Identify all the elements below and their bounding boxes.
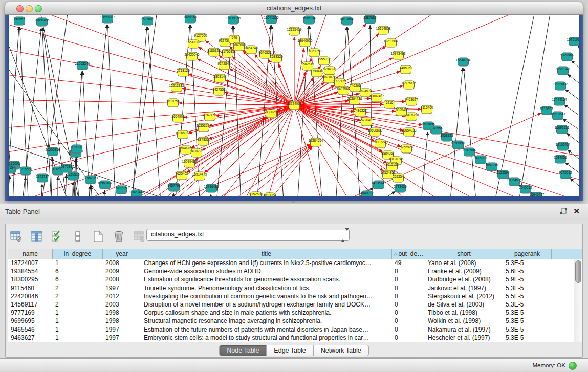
edge[interactable] [24, 177, 26, 196]
cell-in_degree[interactable]: 2 [53, 292, 103, 300]
cell-pagerank[interactable]: 5.3E-5 [503, 284, 552, 292]
cell-pagerank[interactable]: 5.6E-5 [503, 267, 552, 275]
cell-out_de[interactable]: 49 [392, 259, 425, 267]
cell-name[interactable]: 9463627 [8, 334, 53, 342]
cell-title[interactable]: Genome-wide association studies in ADHD. [141, 267, 392, 275]
cell-name[interactable]: 9777169 [8, 309, 53, 317]
scrollbar-thumb[interactable] [575, 260, 581, 283]
table-row[interactable]: 1830029562008Estimation of significance … [8, 275, 574, 283]
cell-name[interactable]: 18300295 [8, 275, 53, 283]
cell-year[interactable]: 2009 [103, 267, 141, 275]
cell-year[interactable]: 1998 [103, 317, 141, 325]
edge[interactable] [127, 15, 158, 196]
cell-pagerank[interactable]: 5.3E-5 [503, 317, 552, 325]
cell-title[interactable]: Structural magnetic resonance image aver… [141, 317, 392, 325]
cell-short[interactable]: Wolkin et al. (1998) [425, 317, 503, 325]
edge[interactable] [42, 28, 53, 196]
cell-out_de[interactable]: 0 [392, 325, 425, 334]
cell-short[interactable]: Franke et al. (2009) [425, 267, 503, 275]
cell-out_de[interactable]: 0 [392, 317, 425, 325]
edge[interactable] [129, 27, 147, 196]
select-all-checks-icon[interactable] [51, 230, 64, 243]
table-row[interactable]: 911546021997Tourette syndrome. Phenomeno… [8, 284, 574, 292]
cell-in_degree[interactable]: 2 [53, 300, 103, 309]
cell-pagerank[interactable]: 5.3E-5 [503, 334, 552, 342]
window-titlebar[interactable]: citations_edges.txt [5, 2, 583, 15]
cell-title[interactable]: Investigating the contribution of common… [141, 292, 392, 300]
cell-short[interactable]: Hescheler et al. (1997) [425, 334, 503, 342]
edge[interactable] [102, 190, 104, 196]
cell-title[interactable]: Estimation of the future numbers of pati… [141, 325, 392, 334]
cell-name[interactable]: 9115460 [8, 284, 53, 292]
cell-name[interactable]: 9699695 [8, 317, 53, 325]
cell-out_de[interactable]: 0 [392, 309, 425, 317]
table-row[interactable]: 1872400712008Changes of HCN gene express… [8, 259, 574, 267]
cell-short[interactable]: Nakamura et al. (1997) [425, 325, 503, 334]
column-header-pagerank[interactable]: pagerank [503, 249, 552, 259]
cell-in_degree[interactable]: 1 [53, 309, 103, 317]
edge[interactable] [568, 150, 579, 173]
cell-year[interactable]: 2008 [103, 275, 141, 283]
edge[interactable] [204, 146, 312, 196]
cell-name[interactable]: 18724007 [8, 259, 53, 267]
edge[interactable] [72, 182, 73, 196]
cell-pagerank[interactable]: 5.3E-5 [503, 300, 552, 309]
cell-title[interactable]: Disruption of a novel member of a sodium… [141, 300, 392, 309]
table-row[interactable]: 2242004622012Investigating the contribut… [8, 292, 574, 300]
vertical-scrollbar[interactable] [574, 259, 582, 342]
edge[interactable] [565, 89, 579, 113]
new-document-icon[interactable] [92, 230, 105, 243]
cell-in_degree[interactable]: 1 [53, 325, 103, 334]
column-header-title[interactable]: title [141, 249, 392, 259]
cell-title[interactable]: Tourette syndrome. Phenomenology and cla… [141, 284, 392, 292]
edge[interactable] [209, 194, 211, 196]
edge[interactable] [86, 25, 107, 196]
cell-short[interactable]: de Silva et al. (2003) [425, 300, 503, 309]
cell-in_degree[interactable]: 1 [53, 334, 103, 342]
cell-short[interactable]: Yano et al. (2008) [425, 259, 503, 267]
cell-pagerank[interactable]: 5.3E-5 [503, 309, 552, 317]
table-row[interactable]: 1938455462009Genome-wide association stu… [8, 267, 574, 275]
edge[interactable] [568, 74, 579, 98]
cell-year[interactable]: 2003 [103, 300, 141, 309]
tab-node-table[interactable]: Node Table [219, 345, 267, 356]
cell-title[interactable]: Embryonic stem cells: a model to study s… [141, 334, 392, 342]
cell-short[interactable]: Dudbridge et al. (2008) [425, 275, 503, 283]
cell-name[interactable]: 9465546 [8, 325, 53, 334]
cell-out_de[interactable]: 0 [392, 300, 425, 309]
column-header-out_de[interactable]: △out_de… [392, 249, 425, 259]
edge[interactable] [173, 25, 190, 196]
cell-pagerank[interactable]: 5.3E-5 [503, 325, 552, 334]
panel-close-icon[interactable]: ✕ [573, 207, 580, 216]
table-settings-icon[interactable] [10, 230, 23, 243]
edge[interactable] [9, 175, 10, 196]
table-row[interactable]: 977716911998Corpus callosum shape and si… [8, 309, 574, 317]
cell-title[interactable]: Changes of HCN gene expression and I(f) … [141, 259, 392, 267]
edge[interactable] [229, 68, 294, 105]
cell-year[interactable]: 1998 [103, 309, 141, 317]
cell-in_degree[interactable]: 1 [53, 317, 103, 325]
table-row[interactable]: 1456911722003Disruption of a novel membe… [8, 300, 574, 309]
network-canvas[interactable]: 1872400791275001654338222420046271812612… [9, 15, 579, 196]
edge[interactable] [450, 68, 463, 196]
cell-name[interactable]: 22420046 [8, 292, 53, 300]
edge[interactable] [294, 105, 403, 131]
edge[interactable] [12, 171, 14, 196]
edge[interactable] [245, 147, 312, 196]
edge[interactable] [464, 68, 476, 196]
cell-title[interactable]: Corpus callosum shape and size in male p… [141, 309, 392, 317]
cell-short[interactable]: Stergiakouli et al. (2012) [425, 292, 503, 300]
cell-in_degree[interactable]: 1 [53, 259, 103, 267]
edge[interactable] [224, 146, 312, 196]
edge[interactable] [189, 74, 294, 105]
edge[interactable] [294, 105, 579, 173]
column-header-year[interactable]: year [103, 249, 141, 259]
table-selector-combo[interactable]: citations_edges.txt [146, 229, 350, 241]
cell-pagerank[interactable]: 5.3E-5 [503, 259, 552, 267]
cell-year[interactable]: 1997 [103, 284, 141, 292]
table-row[interactable]: 969969511998Structural magnetic resonanc… [8, 317, 574, 325]
cell-short[interactable]: Jankovic et al. (1997) [425, 284, 503, 292]
cell-out_de[interactable]: 0 [392, 284, 425, 292]
cell-year[interactable]: 1997 [103, 325, 141, 334]
cell-in_degree[interactable]: 6 [53, 267, 103, 275]
